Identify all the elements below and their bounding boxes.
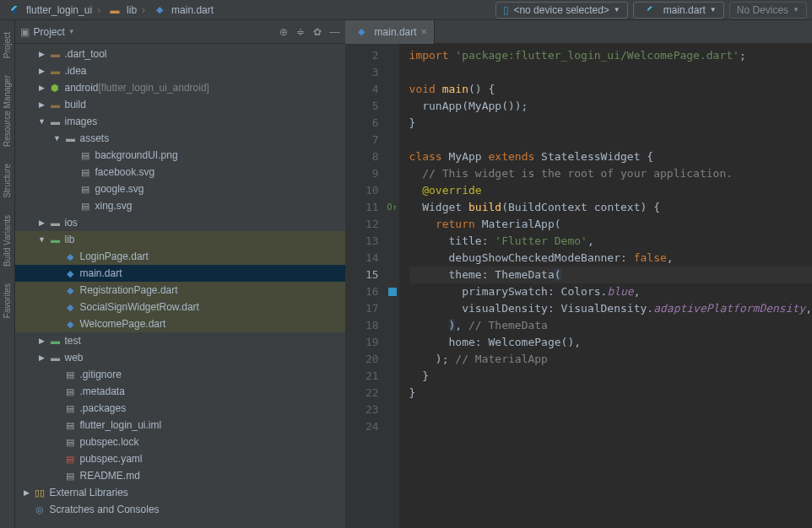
breadcrumb-label: main.dart: [171, 4, 214, 16]
tree-item[interactable]: ▼▬ lib: [15, 231, 344, 248]
tree-item[interactable]: ▶▯▯ External Libraries: [15, 484, 344, 501]
tree-item[interactable]: ▶▤ pubspec.yaml: [15, 450, 344, 467]
breadcrumb-project[interactable]: flutter_login_ui: [5, 3, 92, 17]
tree-item[interactable]: ▶▤ pubspec.lock: [15, 434, 344, 450]
tree-item[interactable]: ▶⬢ android [flutter_login_ui_android]: [15, 79, 344, 96]
breadcrumb-separator: ›: [142, 4, 145, 16]
tool-tab-build-variants[interactable]: Build Variants: [3, 215, 12, 267]
tree-item[interactable]: ▶◆ LoginPage.dart: [15, 248, 344, 265]
tree-item[interactable]: ▶▤ backgroundUI.png: [15, 147, 344, 164]
tree-item[interactable]: ▶▤ .metadata: [15, 383, 344, 400]
project-view-icon: ▣: [20, 26, 30, 38]
tree-item[interactable]: ▶▤ README.md: [15, 467, 344, 484]
navigation-bar: flutter_login_ui › ▬ lib › ◆ main.dart ▯…: [0, 0, 812, 20]
code-content[interactable]: import 'package:flutter_login_ui/Welcome…: [399, 44, 812, 528]
editor-tabs: ◆ main.dart ×: [345, 20, 812, 44]
device-selector[interactable]: ▯ <no device selected> ▼: [495, 2, 627, 19]
tree-item[interactable]: ▼▬ assets: [15, 130, 344, 147]
line-gutter[interactable]: 23456789101112131415161718192021222324: [345, 44, 386, 528]
breadcrumbs[interactable]: flutter_login_ui › ▬ lib › ◆ main.dart: [5, 3, 214, 17]
tree-label: flutter_login_ui.iml: [79, 419, 161, 431]
tree-label: images: [64, 116, 97, 127]
project-panel-header: ▣ Project ▼ ⊕ ≑ ✿ —: [15, 20, 344, 44]
tree-item[interactable]: ▶▤ .gitignore: [15, 366, 344, 383]
folder-icon: ▬: [108, 3, 122, 17]
attach-selector[interactable]: No Devices ▼: [729, 2, 807, 19]
tree-item[interactable]: ▶▤ .packages: [15, 400, 344, 417]
tree-label: LoginPage.dart: [79, 251, 148, 262]
tree-item[interactable]: ▶◆ WelcomePage.dart: [15, 315, 344, 332]
tool-tab-resource-manager[interactable]: Resource Manager: [3, 75, 12, 147]
editor-tab-label: main.dart: [375, 26, 417, 38]
tree-label: .gitignore: [79, 369, 121, 380]
run-config-selector[interactable]: main.dart ▼: [633, 2, 724, 19]
tree-label: README.md: [79, 470, 139, 482]
tree-label: .metadata: [79, 385, 124, 397]
tree-label: web: [64, 352, 83, 364]
tree-item[interactable]: ▶◎ Scratches and Consoles: [15, 501, 344, 518]
tree-label: WelcomePage.dart: [79, 318, 165, 330]
project-panel-title: Project: [33, 26, 64, 38]
tree-label: .idea: [64, 65, 86, 77]
tree-item[interactable]: ▶▬ build: [15, 96, 344, 113]
tree-label: Scratches and Consoles: [49, 504, 159, 515]
hide-icon[interactable]: —: [330, 26, 340, 38]
tree-label: lib: [64, 234, 74, 245]
tool-tab-structure[interactable]: Structure: [3, 164, 12, 198]
editor-tab-main-dart[interactable]: ◆ main.dart ×: [345, 20, 436, 44]
chevron-down-icon[interactable]: ▼: [68, 28, 75, 35]
tree-label: android: [64, 82, 98, 94]
attach-text: No Devices: [737, 4, 788, 16]
breakpoint[interactable]: [388, 288, 397, 296]
tree-label: facebook.svg: [95, 166, 154, 178]
tree-item[interactable]: ▶▬ .idea: [15, 62, 344, 79]
tree-label: backgroundUI.png: [95, 149, 177, 161]
chevron-down-icon: ▼: [614, 6, 620, 13]
config-text: main.dart: [663, 4, 706, 16]
tree-item[interactable]: ▶▤ facebook.svg: [15, 164, 344, 180]
tree-label: xing.svg: [95, 200, 132, 212]
breadcrumb-file[interactable]: ◆ main.dart: [150, 3, 214, 17]
tree-item[interactable]: ▶◆ RegistrationPage.dart: [15, 282, 344, 299]
tree-item[interactable]: ▶▤ google.svg: [15, 180, 344, 197]
left-tool-stripe: Project Resource Manager Structure Build…: [0, 20, 15, 528]
code-area: 23456789101112131415161718192021222324 O…: [345, 44, 812, 528]
tree-item[interactable]: ▶▬ .dart_tool: [15, 46, 344, 62]
tree-item[interactable]: ▶▤ xing.svg: [15, 197, 344, 214]
dart-icon: ◆: [355, 25, 368, 39]
tree-label: ios: [64, 217, 77, 229]
device-text: <no device selected>: [513, 4, 609, 16]
editor: ◆ main.dart × 23456789101112131415161718…: [345, 20, 812, 528]
locate-icon[interactable]: ⊕: [279, 26, 288, 38]
tree-label: test: [64, 335, 80, 347]
tree-label: RegistrationPage.dart: [79, 284, 177, 296]
breadcrumb-label: lib: [127, 4, 137, 16]
tree-item[interactable]: ▶▤ flutter_login_ui.iml: [15, 417, 344, 434]
project-tree[interactable]: ▶▬ .dart_tool▶▬ .idea▶⬢ android [flutter…: [15, 44, 344, 528]
collapse-icon[interactable]: ≑: [296, 26, 305, 38]
close-icon[interactable]: ×: [421, 25, 428, 38]
tree-label: main.dart: [79, 267, 122, 279]
tree-item[interactable]: ▶▬ web: [15, 349, 344, 366]
dart-icon: ◆: [153, 3, 166, 17]
tree-item[interactable]: ▶▬ ios: [15, 214, 344, 231]
phone-icon: ▯: [503, 4, 509, 16]
settings-icon[interactable]: ✿: [313, 26, 322, 38]
tree-item[interactable]: ▼▬ images: [15, 113, 344, 130]
tool-tab-favorites[interactable]: Favorites: [3, 283, 12, 318]
override-icon[interactable]: O↑: [387, 199, 398, 216]
tree-label: .dart_tool: [64, 48, 106, 60]
breadcrumb-label: flutter_login_ui: [26, 4, 92, 16]
tree-item[interactable]: ▶◆ main.dart: [15, 265, 344, 282]
chevron-down-icon: ▼: [710, 6, 717, 13]
project-panel: ▣ Project ▼ ⊕ ≑ ✿ — ▶▬ .dart_tool▶▬ .ide…: [15, 20, 344, 528]
breadcrumb-lib[interactable]: ▬ lib: [106, 3, 137, 17]
tree-label: pubspec.lock: [79, 436, 138, 448]
tree-item[interactable]: ▶◆ SocialSignWidgetRow.dart: [15, 299, 344, 315]
gutter-marks[interactable]: O↑: [386, 44, 399, 528]
toolbar-right: ▯ <no device selected> ▼ main.dart ▼ No …: [495, 2, 807, 19]
breadcrumb-separator: ›: [97, 4, 100, 16]
tree-item[interactable]: ▶▬ test: [15, 332, 344, 349]
flutter-icon: [8, 3, 21, 17]
tool-tab-project[interactable]: Project: [3, 32, 12, 58]
